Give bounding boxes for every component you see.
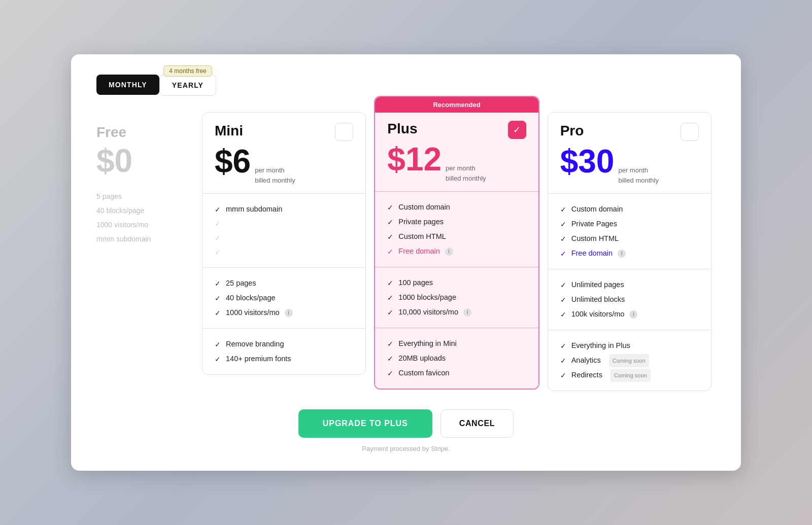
check-icon: ✓ [560, 293, 566, 307]
mini-select-box[interactable] [335, 123, 353, 141]
feature-text: 40 blocks/page [226, 291, 276, 305]
check-icon: ✓ [387, 291, 393, 305]
feature-text: Custom domain [398, 200, 450, 215]
yearly-toggle-button[interactable]: YEARLY [159, 75, 216, 96]
mini-title-row: Mini [215, 123, 353, 141]
pro-features-3: ✓ Everything in Plus ✓ Analytics Coming … [548, 330, 711, 391]
pricing-modal: MONTHLY 4 months free YEARLY Free $0 5 p… [71, 54, 741, 471]
check-icon: ✓ [387, 337, 393, 351]
coming-soon-badge: Coming soon [611, 369, 651, 382]
monthly-toggle-button[interactable]: MONTHLY [96, 75, 159, 95]
mini-price-amount: $6 [215, 145, 251, 178]
mini-plan-card: Mini $6 per month billed monthly ✓ mmm s… [202, 112, 366, 375]
feature-text: Custom HTML [398, 229, 446, 244]
list-item: ✓ 40 blocks/page [215, 291, 353, 305]
check-icon: ✓ [560, 232, 566, 246]
check-icon: ✓ [387, 244, 393, 259]
list-item: ✓ mmm subdomain [215, 202, 353, 217]
cancel-button[interactable]: CANCEL [441, 409, 514, 438]
pro-price-row: $30 per month billed monthly [560, 145, 699, 185]
plus-select-box[interactable]: ✓ [508, 121, 526, 139]
check-icon: ✓ [215, 291, 221, 305]
feature-text: Custom favicon [398, 366, 449, 380]
feature-text: 20MB uploads [398, 351, 446, 366]
plus-features-3: ✓ Everything in Mini ✓ 20MB uploads ✓ Cu… [375, 328, 538, 389]
button-row: UPGRADE TO PLUS CANCEL [298, 409, 514, 438]
check-icon: ✓ [215, 306, 221, 320]
list-item: ✓ [215, 231, 353, 245]
feature-text: Unlimited pages [571, 277, 624, 292]
pro-price-detail: per month billed monthly [618, 165, 659, 185]
list-item: ✓ 25 pages [215, 276, 353, 291]
list-item: ✓ Free domain i [387, 244, 526, 259]
info-icon[interactable]: i [285, 309, 293, 317]
feature-text: Everything in Mini [398, 336, 456, 351]
plus-plan-header: Recommended Plus ✓ $12 per month billed … [375, 97, 538, 192]
list-item: ✓ 100k visitors/mo i [560, 307, 699, 322]
check-icon: ✓ [560, 354, 566, 368]
pro-select-box[interactable] [681, 123, 699, 141]
check-icon: ✓ [560, 278, 566, 292]
mini-plan-header: Mini $6 per month billed monthly [202, 113, 365, 194]
info-icon[interactable]: i [629, 310, 637, 319]
feature-text: Everything in Plus [571, 338, 630, 353]
feature-text: 100 pages [398, 275, 433, 290]
plus-features-1: ✓ Custom domain ✓ Private pages ✓ Custom… [375, 192, 538, 267]
pro-plan-header: Pro $30 per month billed monthly [548, 113, 711, 194]
free-plan-features: 5 pages 40 blocks/page 1000 visitors/mo … [96, 189, 190, 246]
mini-price-detail: per month billed monthly [255, 165, 295, 185]
list-item: ✓ 20MB uploads [387, 351, 526, 366]
plus-price-amount: $12 [387, 143, 442, 176]
free-feature-3: 1000 visitors/mo [96, 218, 190, 232]
stripe-note: Payment processed by Stripe. [362, 445, 450, 452]
feature-text: Remove branding [226, 337, 284, 352]
list-item: ✓ Everything in Mini [387, 336, 526, 351]
mini-features-1: ✓ mmm subdomain ✓ ✓ ✓ [202, 194, 365, 268]
list-item: ✓ Unlimited blocks [560, 292, 699, 307]
free-domain-link[interactable]: Free domain [571, 246, 613, 261]
bottom-actions: UPGRADE TO PLUS CANCEL Payment processed… [96, 409, 716, 452]
mini-price-row: $6 per month billed monthly [215, 145, 353, 185]
feature-text: mmm subdomain [226, 202, 282, 217]
list-item: ✓ Unlimited pages [560, 277, 699, 292]
free-plan-price: $0 [96, 145, 190, 177]
list-item: ✓ 1000 blocks/page [387, 290, 526, 305]
free-feature-4: mmm subdomain [96, 232, 190, 246]
pro-features-2: ✓ Unlimited pages ✓ Unlimited blocks ✓ 1… [548, 269, 711, 330]
free-months-badge: 4 months free [163, 65, 212, 77]
pro-price-amount: $30 [560, 145, 615, 178]
check-icon: ✓ [215, 245, 221, 259]
plus-plan-card: Recommended Plus ✓ $12 per month billed … [374, 96, 539, 390]
free-plan: Free $0 5 pages 40 blocks/page 1000 visi… [96, 112, 198, 254]
coming-soon-badge: Coming soon [609, 354, 649, 367]
pro-plan-name: Pro [560, 123, 584, 139]
check-icon: ✓ [215, 202, 221, 217]
check-icon: ✓ [560, 368, 566, 382]
list-item: ✓ Custom favicon [387, 366, 526, 380]
check-icon: ✓ [387, 305, 393, 320]
info-icon[interactable]: i [618, 250, 626, 258]
feature-text: 1000 blocks/page [398, 290, 456, 305]
list-item: ✓ 10,000 visitors/mo i [387, 305, 526, 320]
check-icon: ✓ [560, 247, 566, 261]
info-icon[interactable]: i [463, 308, 471, 317]
feature-text: 140+ premium fonts [226, 352, 291, 366]
feature-text: Private pages [398, 215, 444, 229]
pro-features-1: ✓ Custom domain ✓ Private Pages ✓ Custom… [548, 194, 711, 269]
mini-features-2: ✓ 25 pages ✓ 40 blocks/page ✓ 1000 visit… [202, 268, 365, 329]
list-item: ✓ 1000 visitors/mo i [215, 305, 353, 320]
check-icon: ✓ [387, 215, 393, 229]
pro-title-row: Pro [560, 123, 699, 141]
feature-text: Analytics [571, 353, 601, 368]
upgrade-to-plus-button[interactable]: UPGRADE TO PLUS [298, 409, 432, 438]
info-icon[interactable]: i [445, 248, 453, 256]
mini-features-3: ✓ Remove branding ✓ 140+ premium fonts [202, 329, 365, 374]
check-icon: ✓ [387, 200, 393, 215]
plus-plan-name: Plus [387, 121, 417, 137]
list-item: ✓ Redirects Coming soon [560, 368, 699, 382]
check-icon: ✓ [560, 217, 566, 231]
free-domain-link[interactable]: Free domain [398, 244, 439, 259]
check-icon: ✓ [560, 307, 566, 322]
check-icon: ✓ [215, 276, 221, 291]
check-icon: ✓ [215, 337, 221, 352]
